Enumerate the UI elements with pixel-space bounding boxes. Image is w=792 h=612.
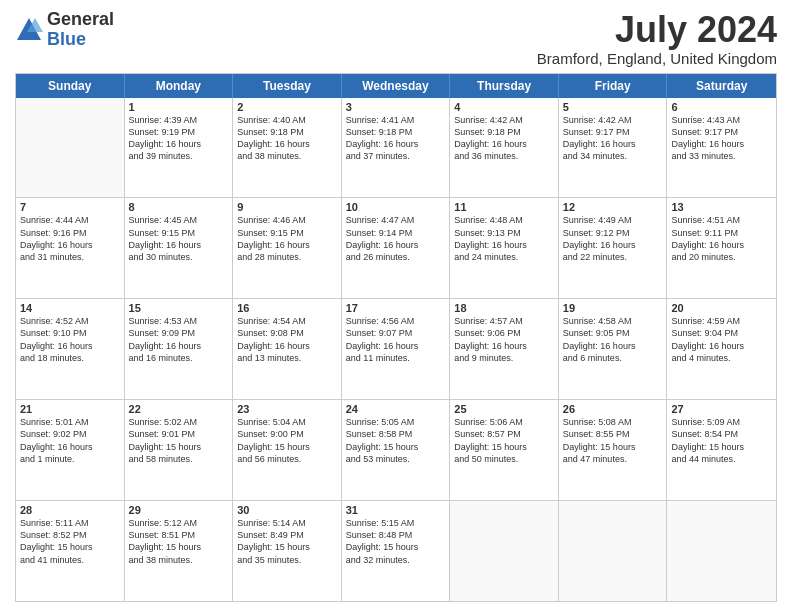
cal-cell: 26Sunrise: 5:08 AM Sunset: 8:55 PM Dayli… — [559, 400, 668, 500]
logo-general: General — [47, 10, 114, 30]
cal-cell: 9Sunrise: 4:46 AM Sunset: 9:15 PM Daylig… — [233, 198, 342, 298]
cal-header-cell: Saturday — [667, 74, 776, 98]
cell-text: Sunrise: 4:41 AM Sunset: 9:18 PM Dayligh… — [346, 114, 446, 163]
day-number: 25 — [454, 403, 554, 415]
cal-cell — [450, 501, 559, 601]
cell-text: Sunrise: 4:45 AM Sunset: 9:15 PM Dayligh… — [129, 214, 229, 263]
cal-cell: 14Sunrise: 4:52 AM Sunset: 9:10 PM Dayli… — [16, 299, 125, 399]
cal-cell: 12Sunrise: 4:49 AM Sunset: 9:12 PM Dayli… — [559, 198, 668, 298]
location: Bramford, England, United Kingdom — [537, 50, 777, 67]
cal-cell: 18Sunrise: 4:57 AM Sunset: 9:06 PM Dayli… — [450, 299, 559, 399]
cal-cell: 5Sunrise: 4:42 AM Sunset: 9:17 PM Daylig… — [559, 98, 668, 198]
cell-text: Sunrise: 4:44 AM Sunset: 9:16 PM Dayligh… — [20, 214, 120, 263]
day-number: 27 — [671, 403, 772, 415]
logo-blue: Blue — [47, 30, 114, 50]
cell-text: Sunrise: 5:02 AM Sunset: 9:01 PM Dayligh… — [129, 416, 229, 465]
cell-text: Sunrise: 4:56 AM Sunset: 9:07 PM Dayligh… — [346, 315, 446, 364]
cal-cell: 6Sunrise: 4:43 AM Sunset: 9:17 PM Daylig… — [667, 98, 776, 198]
cell-text: Sunrise: 4:43 AM Sunset: 9:17 PM Dayligh… — [671, 114, 772, 163]
day-number: 24 — [346, 403, 446, 415]
cal-header-cell: Monday — [125, 74, 234, 98]
day-number: 20 — [671, 302, 772, 314]
day-number: 9 — [237, 201, 337, 213]
cell-text: Sunrise: 4:52 AM Sunset: 9:10 PM Dayligh… — [20, 315, 120, 364]
day-number: 21 — [20, 403, 120, 415]
cal-row: 14Sunrise: 4:52 AM Sunset: 9:10 PM Dayli… — [16, 298, 776, 399]
cal-header-cell: Friday — [559, 74, 668, 98]
day-number: 7 — [20, 201, 120, 213]
day-number: 8 — [129, 201, 229, 213]
day-number: 12 — [563, 201, 663, 213]
cell-text: Sunrise: 4:57 AM Sunset: 9:06 PM Dayligh… — [454, 315, 554, 364]
cell-text: Sunrise: 4:39 AM Sunset: 9:19 PM Dayligh… — [129, 114, 229, 163]
cell-text: Sunrise: 4:40 AM Sunset: 9:18 PM Dayligh… — [237, 114, 337, 163]
cal-cell: 31Sunrise: 5:15 AM Sunset: 8:48 PM Dayli… — [342, 501, 451, 601]
cell-text: Sunrise: 5:12 AM Sunset: 8:51 PM Dayligh… — [129, 517, 229, 566]
cell-text: Sunrise: 4:59 AM Sunset: 9:04 PM Dayligh… — [671, 315, 772, 364]
cal-header-cell: Wednesday — [342, 74, 451, 98]
cell-text: Sunrise: 4:54 AM Sunset: 9:08 PM Dayligh… — [237, 315, 337, 364]
cal-cell: 11Sunrise: 4:48 AM Sunset: 9:13 PM Dayli… — [450, 198, 559, 298]
day-number: 31 — [346, 504, 446, 516]
day-number: 5 — [563, 101, 663, 113]
cal-cell: 7Sunrise: 4:44 AM Sunset: 9:16 PM Daylig… — [16, 198, 125, 298]
cell-text: Sunrise: 4:42 AM Sunset: 9:18 PM Dayligh… — [454, 114, 554, 163]
cal-header-cell: Tuesday — [233, 74, 342, 98]
day-number: 17 — [346, 302, 446, 314]
cell-text: Sunrise: 5:06 AM Sunset: 8:57 PM Dayligh… — [454, 416, 554, 465]
day-number: 3 — [346, 101, 446, 113]
cell-text: Sunrise: 5:04 AM Sunset: 9:00 PM Dayligh… — [237, 416, 337, 465]
cell-text: Sunrise: 5:01 AM Sunset: 9:02 PM Dayligh… — [20, 416, 120, 465]
logo-icon — [15, 16, 43, 44]
cell-text: Sunrise: 5:09 AM Sunset: 8:54 PM Dayligh… — [671, 416, 772, 465]
cal-cell: 29Sunrise: 5:12 AM Sunset: 8:51 PM Dayli… — [125, 501, 234, 601]
cell-text: Sunrise: 4:42 AM Sunset: 9:17 PM Dayligh… — [563, 114, 663, 163]
cal-cell — [16, 98, 125, 198]
cal-header-cell: Thursday — [450, 74, 559, 98]
cal-cell: 16Sunrise: 4:54 AM Sunset: 9:08 PM Dayli… — [233, 299, 342, 399]
day-number: 13 — [671, 201, 772, 213]
cell-text: Sunrise: 4:47 AM Sunset: 9:14 PM Dayligh… — [346, 214, 446, 263]
day-number: 2 — [237, 101, 337, 113]
cell-text: Sunrise: 5:05 AM Sunset: 8:58 PM Dayligh… — [346, 416, 446, 465]
cell-text: Sunrise: 4:49 AM Sunset: 9:12 PM Dayligh… — [563, 214, 663, 263]
day-number: 6 — [671, 101, 772, 113]
day-number: 11 — [454, 201, 554, 213]
day-number: 14 — [20, 302, 120, 314]
cal-cell: 22Sunrise: 5:02 AM Sunset: 9:01 PM Dayli… — [125, 400, 234, 500]
header: General Blue July 2024 Bramford, England… — [15, 10, 777, 67]
cell-text: Sunrise: 4:46 AM Sunset: 9:15 PM Dayligh… — [237, 214, 337, 263]
cal-cell: 24Sunrise: 5:05 AM Sunset: 8:58 PM Dayli… — [342, 400, 451, 500]
day-number: 15 — [129, 302, 229, 314]
cal-cell — [667, 501, 776, 601]
cal-cell: 15Sunrise: 4:53 AM Sunset: 9:09 PM Dayli… — [125, 299, 234, 399]
cal-cell: 25Sunrise: 5:06 AM Sunset: 8:57 PM Dayli… — [450, 400, 559, 500]
cell-text: Sunrise: 5:11 AM Sunset: 8:52 PM Dayligh… — [20, 517, 120, 566]
cal-cell: 17Sunrise: 4:56 AM Sunset: 9:07 PM Dayli… — [342, 299, 451, 399]
logo: General Blue — [15, 10, 114, 50]
cal-cell: 2Sunrise: 4:40 AM Sunset: 9:18 PM Daylig… — [233, 98, 342, 198]
cell-text: Sunrise: 5:14 AM Sunset: 8:49 PM Dayligh… — [237, 517, 337, 566]
day-number: 1 — [129, 101, 229, 113]
cal-cell: 21Sunrise: 5:01 AM Sunset: 9:02 PM Dayli… — [16, 400, 125, 500]
cal-row: 28Sunrise: 5:11 AM Sunset: 8:52 PM Dayli… — [16, 500, 776, 601]
calendar-body: 1Sunrise: 4:39 AM Sunset: 9:19 PM Daylig… — [16, 98, 776, 601]
calendar-header: SundayMondayTuesdayWednesdayThursdayFrid… — [16, 74, 776, 98]
month-title: July 2024 — [537, 10, 777, 50]
calendar: SundayMondayTuesdayWednesdayThursdayFrid… — [15, 73, 777, 602]
day-number: 26 — [563, 403, 663, 415]
cal-cell: 28Sunrise: 5:11 AM Sunset: 8:52 PM Dayli… — [16, 501, 125, 601]
cal-cell: 27Sunrise: 5:09 AM Sunset: 8:54 PM Dayli… — [667, 400, 776, 500]
cal-cell: 3Sunrise: 4:41 AM Sunset: 9:18 PM Daylig… — [342, 98, 451, 198]
cell-text: Sunrise: 5:15 AM Sunset: 8:48 PM Dayligh… — [346, 517, 446, 566]
cell-text: Sunrise: 4:53 AM Sunset: 9:09 PM Dayligh… — [129, 315, 229, 364]
day-number: 16 — [237, 302, 337, 314]
cal-cell: 8Sunrise: 4:45 AM Sunset: 9:15 PM Daylig… — [125, 198, 234, 298]
cal-cell: 23Sunrise: 5:04 AM Sunset: 9:00 PM Dayli… — [233, 400, 342, 500]
day-number: 4 — [454, 101, 554, 113]
cal-cell: 4Sunrise: 4:42 AM Sunset: 9:18 PM Daylig… — [450, 98, 559, 198]
cell-text: Sunrise: 4:48 AM Sunset: 9:13 PM Dayligh… — [454, 214, 554, 263]
page: General Blue July 2024 Bramford, England… — [0, 0, 792, 612]
cal-cell: 13Sunrise: 4:51 AM Sunset: 9:11 PM Dayli… — [667, 198, 776, 298]
cal-cell — [559, 501, 668, 601]
